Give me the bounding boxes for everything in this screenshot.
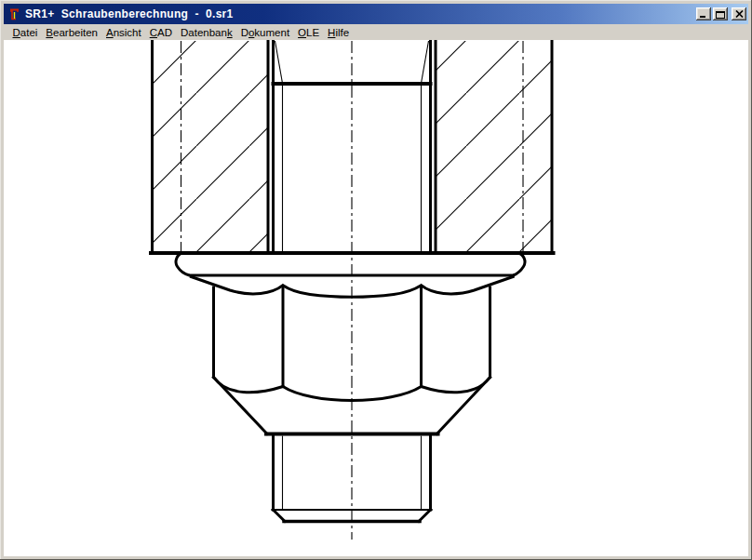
- application-window: SR1+ Schraubenberechnung - 0.sr1 Dat: [0, 0, 752, 560]
- maximize-button[interactable]: [713, 7, 728, 20]
- menu-item-cad[interactable]: CAD: [145, 26, 176, 39]
- minimize-button[interactable]: [696, 7, 711, 20]
- menu-bar: Datei Bearbeiten Ansicht CAD Datenbank D…: [4, 24, 748, 40]
- menu-item-hilfe[interactable]: Hilfe: [324, 26, 354, 39]
- menu-item-ole[interactable]: OLE: [294, 26, 324, 39]
- menu-item-ansicht[interactable]: Ansicht: [102, 26, 146, 39]
- bolt-joint-drawing: [151, 41, 554, 540]
- close-button[interactable]: [732, 7, 746, 20]
- minimize-icon: [699, 10, 708, 19]
- close-icon: [735, 10, 744, 18]
- title-bar[interactable]: SR1+ Schraubenberechnung - 0.sr1: [4, 4, 748, 24]
- screw-app-icon[interactable]: [7, 7, 21, 21]
- maximize-icon: [716, 10, 725, 19]
- menu-item-datei[interactable]: Datei: [8, 26, 42, 39]
- window-controls: [694, 7, 746, 20]
- client-area: [4, 40, 748, 556]
- window-title: SR1+ Schraubenberechnung - 0.sr1: [25, 7, 694, 20]
- left-plate-hatch: [153, 41, 267, 253]
- menu-item-datenbank[interactable]: Datenbank: [177, 26, 237, 39]
- cad-drawing-canvas[interactable]: [4, 40, 748, 556]
- right-plate-hatch: [436, 41, 551, 253]
- menu-item-bearbeiten[interactable]: Bearbeiten: [42, 26, 102, 39]
- menu-item-dokument[interactable]: Dokument: [236, 26, 293, 39]
- flange-outline: [176, 253, 525, 298]
